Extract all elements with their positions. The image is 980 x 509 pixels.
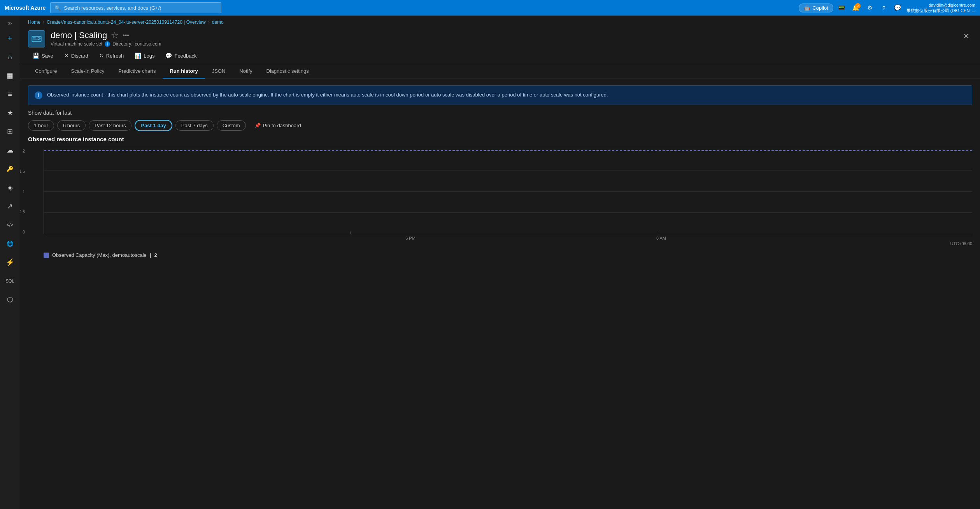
- sidebar-item-global[interactable]: 🌐: [2, 235, 19, 252]
- feedback-button[interactable]: 💬 Feedback: [161, 51, 201, 61]
- search-bar[interactable]: 🔍: [50, 2, 221, 13]
- refresh-icon: ↻: [99, 53, 104, 59]
- x-tick-6pm: [350, 232, 351, 234]
- time-range-buttons: 1 hour 6 hours Past 12 hours Past 1 day …: [28, 120, 972, 131]
- chart-legend: Observed Capacity (Max), demoautoscale |…: [44, 252, 972, 258]
- sidebar-item-cloud[interactable]: ☁: [2, 142, 19, 159]
- svg-rect-1: [33, 37, 36, 39]
- show-data-label: Show data for last: [28, 110, 972, 116]
- tab-configure[interactable]: Configure: [28, 64, 64, 79]
- x-label-6am: 6 AM: [656, 236, 666, 240]
- time-btn-past12hours[interactable]: Past 12 hours: [89, 120, 131, 131]
- chart-wrapper: 2 1.5 1 0.5 0: [28, 149, 972, 234]
- favorite-star-icon[interactable]: ☆: [111, 30, 119, 40]
- resource-icon: [28, 30, 45, 47]
- sidebar: ≫ + ⌂ ▦ ≡ ★ ⊞ ☁ 🔑 ◈ ↗ </> 🌐 ⚡ SQL ⬡: [0, 16, 20, 509]
- refresh-button[interactable]: ↻ Refresh: [95, 51, 129, 61]
- copilot-button[interactable]: 🤖 Copilot: [799, 4, 833, 12]
- sidebar-expand-button[interactable]: ≫: [2, 19, 19, 28]
- breadcrumb-resource[interactable]: CreateVmss-canonical.ubuntu-24_04-lts-se…: [47, 19, 206, 25]
- chart-container: [44, 149, 972, 234]
- chart-section: Observed resource instance count 2 1.5 1…: [20, 136, 980, 509]
- top-nav-right: 🤖 Copilot 📟 🔔 2 ⚙ ? 💬 davidlin@digicentr…: [799, 2, 975, 14]
- legend-value: 2: [154, 252, 157, 258]
- gridline-top: [44, 149, 972, 149]
- sidebar-item-storage[interactable]: ◈: [2, 179, 19, 196]
- sidebar-item-favorites[interactable]: ★: [2, 104, 19, 121]
- x-tick-6am: [657, 232, 657, 234]
- time-btn-custom[interactable]: Custom: [217, 120, 246, 131]
- resource-type: Virtual machine scale set: [51, 41, 102, 47]
- copilot-icon: 🤖: [804, 5, 810, 11]
- user-info[interactable]: davidlin@digicentre.com 果核數位股份有限公司 (DIGI…: [906, 2, 975, 14]
- feedback-icon[interactable]: 💬: [892, 2, 903, 13]
- close-button[interactable]: ✕: [960, 30, 972, 42]
- info-banner-icon: i: [35, 91, 42, 99]
- sidebar-item-code[interactable]: </>: [2, 216, 19, 233]
- settings-icon[interactable]: ⚙: [864, 2, 875, 13]
- sidebar-item-create[interactable]: +: [2, 30, 19, 47]
- pin-icon: 📌: [254, 123, 261, 128]
- legend-separator: |: [150, 252, 151, 258]
- search-icon: 🔍: [54, 5, 61, 11]
- tab-run-history[interactable]: Run history: [163, 64, 205, 79]
- tab-scale-in-policy[interactable]: Scale-In Policy: [64, 64, 111, 79]
- discard-icon: ✕: [64, 53, 69, 59]
- time-btn-past7days[interactable]: Past 7 days: [175, 120, 214, 131]
- save-icon: 💾: [33, 53, 39, 59]
- chart-x-labels: 6 PM 6 AM: [44, 236, 972, 240]
- breadcrumb-sep-1: ›: [43, 19, 44, 25]
- chart-data-line: [44, 150, 972, 151]
- sidebar-item-devops[interactable]: ↗: [2, 198, 19, 215]
- time-btn-1hour[interactable]: 1 hour: [28, 120, 54, 131]
- info-icon: i: [105, 41, 110, 47]
- directory-value: contoso.com: [135, 41, 161, 47]
- gridline-0: [44, 234, 972, 234]
- brand-name: Microsoft Azure: [5, 5, 46, 11]
- top-nav: Microsoft Azure 🔍 🤖 Copilot 📟 🔔 2 ⚙ ? 💬 …: [0, 0, 980, 16]
- search-input[interactable]: [64, 5, 217, 11]
- legend-color-box: [44, 253, 49, 258]
- tab-predictive-charts[interactable]: Predictive charts: [111, 64, 163, 79]
- cloud-shell-icon[interactable]: 📟: [836, 2, 847, 13]
- chart-title: Observed resource instance count: [28, 136, 972, 142]
- page-title: demo | Scaling ☆ •••: [51, 30, 955, 40]
- notification-badge: 2: [855, 3, 861, 9]
- tab-diagnostic-settings[interactable]: Diagnostic settings: [259, 64, 316, 79]
- tabs: Configure Scale-In Policy Predictive cha…: [20, 64, 980, 79]
- y-label-0: 0: [20, 230, 25, 234]
- save-button[interactable]: 💾 Save: [28, 51, 58, 61]
- pin-dashboard-button[interactable]: 📌 Pin to dashboard: [249, 121, 307, 130]
- discard-button[interactable]: ✕ Discard: [60, 51, 93, 61]
- tab-notify[interactable]: Notify: [232, 64, 259, 79]
- toolbar: 💾 Save ✕ Discard ↻ Refresh 📊 Logs 💬 Feed…: [20, 47, 980, 64]
- help-icon[interactable]: ?: [878, 2, 889, 13]
- user-org: 果核數位股份有限公司 (DIGICENT...: [906, 8, 975, 13]
- sidebar-item-apps[interactable]: ⊞: [2, 123, 19, 140]
- sidebar-item-sql[interactable]: SQL: [2, 272, 19, 290]
- sidebar-item-all-services[interactable]: ≡: [2, 86, 19, 103]
- utc-label: UTC+08:00: [44, 241, 972, 246]
- page-title-text: demo | Scaling: [51, 30, 107, 40]
- breadcrumb-current[interactable]: demo: [212, 19, 224, 25]
- page-header: demo | Scaling ☆ ••• Virtual machine sca…: [20, 27, 980, 47]
- notifications-icon[interactable]: 🔔 2: [850, 2, 861, 13]
- time-btn-6hours[interactable]: 6 hours: [57, 120, 86, 131]
- sidebar-item-dashboard[interactable]: ▦: [2, 67, 19, 84]
- sidebar-item-network[interactable]: ⬡: [2, 291, 19, 308]
- tab-json[interactable]: JSON: [205, 64, 233, 79]
- logs-button[interactable]: 📊 Logs: [130, 51, 159, 61]
- sidebar-item-key[interactable]: 🔑: [2, 160, 19, 177]
- info-banner-text: Observed instance count - this chart plo…: [47, 91, 608, 99]
- breadcrumb-sep-2: ›: [208, 19, 210, 25]
- time-btn-past1day[interactable]: Past 1 day: [135, 120, 172, 131]
- sidebar-item-lightning[interactable]: ⚡: [2, 254, 19, 271]
- main-layout: ≫ + ⌂ ▦ ≡ ★ ⊞ ☁ 🔑 ◈ ↗ </> 🌐 ⚡ SQL ⬡ Home…: [0, 16, 980, 509]
- more-options-icon[interactable]: •••: [123, 32, 129, 39]
- content-area: Home › CreateVmss-canonical.ubuntu-24_04…: [20, 16, 980, 509]
- breadcrumb-home[interactable]: Home: [28, 19, 40, 25]
- page-subtitle: Virtual machine scale set i Directory: c…: [51, 41, 955, 47]
- directory-label: Directory:: [112, 41, 132, 47]
- sidebar-item-home[interactable]: ⌂: [2, 48, 19, 65]
- y-label-2: 2: [20, 149, 25, 153]
